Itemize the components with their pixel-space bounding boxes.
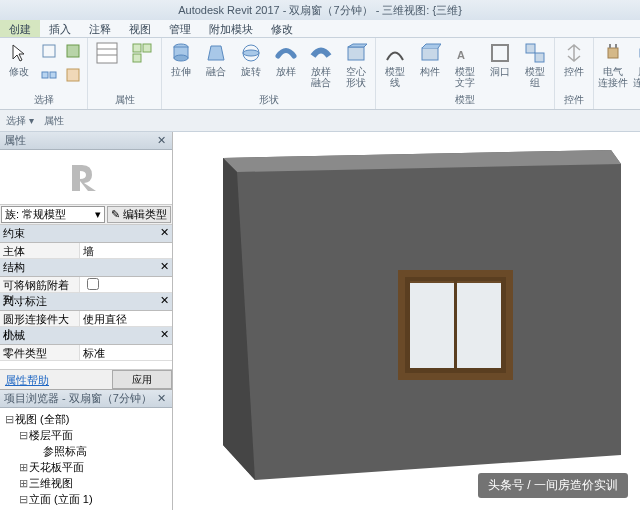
group-dimensions[interactable]: 尺寸标注✕ <box>0 293 172 311</box>
svg-point-15 <box>243 50 259 56</box>
tab-insert[interactable]: 插入 <box>40 20 80 37</box>
select-icon[interactable] <box>62 40 84 62</box>
ribbon: 修改 选择 属性 拉伸 融合 旋转 放样 放样 融 <box>0 38 640 110</box>
family-types-button[interactable] <box>126 40 158 66</box>
prop-row-host[interactable]: 主体墙 <box>0 243 172 259</box>
svg-rect-36 <box>410 282 454 368</box>
plug-icon <box>600 40 626 66</box>
tree-node-reflevel[interactable]: 参照标高 <box>3 443 169 459</box>
blend-button[interactable]: 融合 <box>200 40 232 77</box>
control-button[interactable]: 控件 <box>558 40 590 77</box>
control-icon <box>561 40 587 66</box>
svg-rect-19 <box>492 45 508 61</box>
tree-node-ceiling[interactable]: ⊞天花板平面 <box>3 459 169 475</box>
prop-row-part-type[interactable]: 零件类型标准 <box>0 345 172 361</box>
svg-rect-2 <box>42 72 48 78</box>
svg-rect-17 <box>422 48 438 60</box>
link-icon[interactable] <box>38 64 60 86</box>
close-icon[interactable]: ✕ <box>154 134 168 148</box>
properties-label: 属性 <box>44 114 64 128</box>
group-mechanical[interactable]: 机械✕ <box>0 327 172 345</box>
3d-viewport[interactable]: 头条号 / 一间房造价实训 <box>173 132 640 510</box>
ribbon-group-controls: 控件 控件 <box>555 38 594 109</box>
swept-blend-button[interactable]: 放样 融合 <box>305 40 337 88</box>
ribbon-group-select: 修改 选择 <box>0 38 88 109</box>
svg-rect-0 <box>43 45 55 57</box>
sweep-button[interactable]: 放样 <box>270 40 302 77</box>
tab-manage[interactable]: 管理 <box>160 20 200 37</box>
modify-button[interactable]: 修改 <box>3 40 35 77</box>
svg-rect-3 <box>50 72 56 78</box>
close-icon[interactable]: ✕ <box>154 392 168 406</box>
model-line-button[interactable]: 模型 线 <box>379 40 411 88</box>
component-icon <box>417 40 443 66</box>
svg-point-13 <box>174 55 188 61</box>
browser-tree: ⊟视图 (全部) ⊟楼层平面 参照标高 ⊞天花板平面 ⊞三维视图 ⊟立面 (立面… <box>0 408 172 510</box>
tree-node-floorplans[interactable]: ⊟楼层平面 <box>3 427 169 443</box>
rebar-checkbox[interactable] <box>83 278 103 290</box>
properties-icon <box>94 40 120 66</box>
ribbon-group-model: 模型 线 构件 A模型 文字 洞口 模型 组 模型 <box>376 38 555 109</box>
svg-rect-5 <box>97 43 117 63</box>
properties-button[interactable] <box>91 40 123 66</box>
ribbon-tabs: 创建 插入 注释 视图 管理 附加模块 修改 <box>0 20 640 38</box>
type-preview <box>0 150 172 205</box>
ribbon-group-connectors: 电气 连接件 风管 连接件 管道 连接件 电缆桥架 连接件 线管 连接件 连接件 <box>594 38 640 109</box>
opening-button[interactable]: 洞口 <box>484 40 516 77</box>
prop-row-rebar[interactable]: 可将钢筋附着到... <box>0 277 172 293</box>
watermark: 头条号 / 一间房造价实训 <box>478 473 628 498</box>
svg-text:A: A <box>457 49 465 61</box>
svg-rect-16 <box>348 47 364 60</box>
duct-icon <box>635 40 640 66</box>
swept-blend-icon <box>308 40 334 66</box>
model-group-button[interactable]: 模型 组 <box>519 40 551 88</box>
filter-icon[interactable] <box>38 40 60 62</box>
component-button[interactable]: 构件 <box>414 40 446 77</box>
tab-view[interactable]: 视图 <box>120 20 160 37</box>
svg-rect-37 <box>457 282 501 368</box>
browser-header: 项目浏览器 - 双扇窗（7分钟） ✕ <box>0 390 172 408</box>
apply-button[interactable]: 应用 <box>112 370 172 389</box>
group-icon <box>522 40 548 66</box>
prop-row-connector-size[interactable]: 圆形连接件大小使用直径 <box>0 311 172 327</box>
quick-access-bar: 选择 ▾ 属性 <box>0 110 640 132</box>
tree-node-3dview[interactable]: ⊞三维视图 <box>3 475 169 491</box>
pin-icon[interactable] <box>62 64 84 86</box>
select-dropdown[interactable]: 选择 ▾ <box>6 114 34 128</box>
tab-addins[interactable]: 附加模块 <box>200 20 262 37</box>
revolve-button[interactable]: 旋转 <box>235 40 267 77</box>
group-structural[interactable]: 结构✕ <box>0 259 172 277</box>
blend-icon <box>203 40 229 66</box>
revolve-icon <box>238 40 264 66</box>
properties-help-link[interactable]: 属性帮助 <box>0 370 112 389</box>
svg-rect-8 <box>133 44 141 52</box>
project-browser: 项目浏览器 - 双扇窗（7分钟） ✕ ⊟视图 (全部) ⊟楼层平面 参照标高 ⊞… <box>0 389 172 510</box>
tab-annotate[interactable]: 注释 <box>80 20 120 37</box>
properties-grid: 约束✕ 主体墙 结构✕ 可将钢筋附着到... 尺寸标注✕ 圆形连接件大小使用直径… <box>0 225 172 369</box>
sweep-icon <box>273 40 299 66</box>
cylinder-icon <box>168 40 194 66</box>
svg-rect-20 <box>526 44 535 53</box>
wall-model <box>203 140 640 510</box>
void-icon <box>343 40 369 66</box>
family-types-icon <box>129 40 155 66</box>
svg-rect-10 <box>133 54 141 62</box>
svg-rect-22 <box>608 48 618 58</box>
family-type-selector[interactable]: 族: 常规模型▾ <box>1 206 105 223</box>
tab-create[interactable]: 创建 <box>0 20 40 37</box>
text-icon: A <box>452 40 478 66</box>
model-text-button[interactable]: A模型 文字 <box>449 40 481 88</box>
svg-rect-4 <box>67 69 79 81</box>
void-button[interactable]: 空心 形状 <box>340 40 372 88</box>
group-constraints[interactable]: 约束✕ <box>0 225 172 243</box>
tab-modify[interactable]: 修改 <box>262 20 302 37</box>
tree-node-views[interactable]: ⊟视图 (全部) <box>3 411 169 427</box>
extrusion-button[interactable]: 拉伸 <box>165 40 197 77</box>
electrical-connector-button[interactable]: 电气 连接件 <box>597 40 629 88</box>
ribbon-group-properties: 属性 <box>88 38 162 109</box>
tree-node-elevation[interactable]: ⊟立面 (立面 1) <box>3 491 169 507</box>
line-icon <box>382 40 408 66</box>
edit-type-button[interactable]: ✎ 编辑类型 <box>107 206 171 223</box>
opening-icon <box>487 40 513 66</box>
duct-connector-button[interactable]: 风管 连接件 <box>632 40 640 88</box>
